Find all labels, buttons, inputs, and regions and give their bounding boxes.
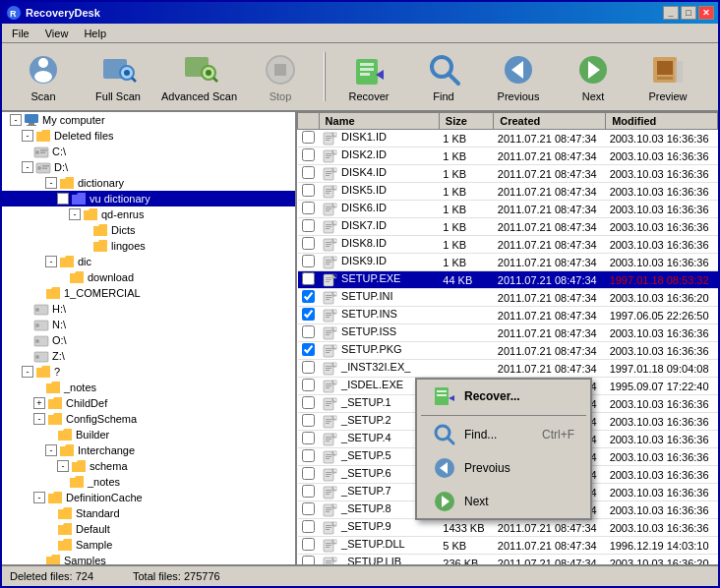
table-row[interactable]: SETUP.ISS2011.07.21 08:47:342003.10.03 1… (298, 324, 718, 342)
expand-drived[interactable]: - (22, 161, 33, 173)
expand-configschema[interactable]: - (33, 413, 45, 425)
tree-node-schema[interactable]: - schema (2, 458, 295, 474)
table-row[interactable]: _SETUP.DLL5 KB2011.07.21 08:47:341996.12… (298, 537, 718, 555)
tree-node-drivez[interactable]: Z:\ (2, 348, 295, 364)
expand-deleted[interactable]: - (22, 130, 33, 142)
expand-interchange[interactable]: - (45, 444, 57, 456)
tree-node-dictionary[interactable]: - dictionary (2, 175, 295, 191)
full-scan-button[interactable]: Full Scan (83, 46, 153, 107)
previous-button[interactable]: Previous (483, 46, 554, 107)
tree-node-driveo[interactable]: O:\ (2, 332, 295, 348)
table-row[interactable]: DISK2.ID1 KB2011.07.21 08:47:342003.10.0… (298, 147, 718, 165)
table-row[interactable]: DISK8.ID1 KB2011.07.21 08:47:342003.10.0… (298, 236, 718, 254)
tree-node-notes1[interactable]: _notes (2, 380, 295, 395)
file-checkbox[interactable] (302, 467, 315, 480)
tree-node-driveh[interactable]: H:\ (2, 301, 295, 317)
stop-button[interactable]: Stop (245, 46, 316, 107)
tree-node-deleted[interactable]: - Deleted files (2, 128, 295, 144)
table-row[interactable]: SETUP.PKG2011.07.21 08:47:342003.10.03 1… (298, 342, 718, 360)
expand-qd-enrus[interactable]: - (69, 208, 81, 220)
tree-node-lingoes[interactable]: lingoes (2, 238, 295, 254)
tree-node-standard1[interactable]: Standard (2, 505, 295, 521)
file-checkbox[interactable] (302, 485, 315, 498)
expand-schema[interactable]: - (57, 460, 69, 472)
expand-dic[interactable]: - (45, 256, 57, 267)
file-checkbox[interactable] (302, 202, 315, 214)
advanced-scan-button[interactable]: Advanced Scan (157, 46, 241, 107)
table-row[interactable]: DISK6.ID1 KB2011.07.21 08:47:342003.10.0… (298, 201, 718, 218)
expand-childdef[interactable]: + (33, 397, 45, 409)
next-button[interactable]: Next (558, 46, 629, 107)
tree-node-1comercial[interactable]: 1_COMERCIAL (2, 285, 295, 301)
tree-node-defcache[interactable]: - DefinitionCache (2, 490, 295, 505)
file-checkbox[interactable] (302, 148, 315, 161)
file-checkbox[interactable] (302, 556, 315, 564)
tree-node-notes2[interactable]: _notes (2, 474, 295, 490)
tree-node-qd-enrus[interactable]: - qd-enrus (2, 206, 295, 222)
table-row[interactable]: SETUP.INS2011.07.21 08:47:341997.06.05 2… (298, 307, 718, 324)
table-row[interactable]: _INST32I.EX_2011.07.21 08:47:341997.01.1… (298, 360, 718, 378)
tree-node-question[interactable]: - ? (2, 364, 295, 380)
file-checkbox[interactable] (302, 290, 315, 303)
close-button[interactable]: ✕ (698, 6, 714, 20)
tree-node-builder[interactable]: Builder (2, 427, 295, 442)
file-checkbox[interactable] (302, 343, 315, 356)
expand-dictionary[interactable]: - (45, 177, 57, 189)
file-checkbox[interactable] (302, 520, 315, 533)
table-row[interactable]: DISK1.ID1 KB2011.07.21 08:47:342003.10.0… (298, 130, 718, 147)
file-checkbox[interactable] (302, 272, 315, 285)
file-checkbox[interactable] (302, 449, 315, 462)
tree-node-drived[interactable]: - D:\ (2, 159, 295, 175)
menu-help[interactable]: Help (76, 26, 114, 41)
table-row[interactable]: DISK5.ID1 KB2011.07.21 08:47:342003.10.0… (298, 183, 718, 201)
file-checkbox[interactable] (302, 396, 315, 409)
tree-node-samples[interactable]: Samples (2, 553, 295, 564)
tree-node-sample1[interactable]: Sample (2, 537, 295, 553)
tree-node-default1[interactable]: Default (2, 521, 295, 537)
file-checkbox[interactable] (302, 432, 315, 444)
menu-view[interactable]: View (37, 26, 77, 41)
tree-node-interchange[interactable]: - Interchange (2, 442, 295, 458)
file-checkbox[interactable] (302, 325, 315, 338)
file-checkbox[interactable] (302, 502, 315, 515)
context-recover[interactable]: Recover... (417, 380, 590, 413)
file-checkbox[interactable] (302, 414, 315, 427)
find-button[interactable]: Find (408, 46, 479, 107)
table-row[interactable]: _SETUP.LIB236 KB2011.07.21 08:47:342003.… (298, 555, 718, 565)
scan-button[interactable]: Scan (8, 46, 79, 107)
minimize-button[interactable]: _ (663, 6, 679, 20)
table-row[interactable]: SETUP.INI2011.07.21 08:47:342003.10.03 1… (298, 289, 718, 307)
expand-vu-dict[interactable]: + (57, 193, 69, 205)
file-checkbox[interactable] (302, 255, 315, 267)
expand-mycomp[interactable]: - (10, 114, 22, 126)
table-row[interactable]: _SETUP.91433 KB2011.07.21 08:47:342003.1… (298, 519, 718, 537)
file-checkbox[interactable] (302, 131, 315, 144)
tree-node-childdef[interactable]: + ChildDef (2, 395, 295, 411)
file-checkbox[interactable] (302, 219, 315, 232)
maximize-button[interactable]: □ (681, 6, 696, 20)
file-checkbox[interactable] (302, 184, 315, 197)
tree-node-drivec[interactable]: C:\ (2, 144, 295, 159)
tree-node-dic[interactable]: - dic (2, 254, 295, 269)
table-row[interactable]: SETUP.EXE44 KB2011.07.21 08:47:341997.01… (298, 271, 718, 289)
tree-node-mycomp[interactable]: - My computer (2, 112, 295, 128)
context-previous[interactable]: Prevoius (417, 451, 590, 485)
tree-node-configschema[interactable]: - ConfigSchema (2, 411, 295, 427)
file-panel[interactable]: Name Size Created Modified DISK1.ID1 KB2… (297, 112, 718, 564)
context-find[interactable]: Find... Ctrl+F (417, 418, 590, 451)
context-next[interactable]: Next (417, 485, 590, 518)
table-row[interactable]: DISK7.ID1 KB2011.07.21 08:47:342003.10.0… (298, 218, 718, 236)
file-checkbox[interactable] (302, 308, 315, 321)
table-row[interactable]: DISK9.ID1 KB2011.07.21 08:47:342003.10.0… (298, 254, 718, 271)
preview-button[interactable]: Preview (632, 46, 703, 107)
file-checkbox[interactable] (302, 538, 315, 551)
tree-node-download[interactable]: download (2, 269, 295, 285)
menu-file[interactable]: File (4, 26, 37, 41)
tree-node-driven[interactable]: N:\ (2, 317, 295, 332)
tree-node-dicts[interactable]: Dicts (2, 222, 295, 238)
expand-defcache[interactable]: - (33, 492, 45, 503)
file-checkbox[interactable] (302, 237, 315, 250)
recover-button[interactable]: Recover (333, 46, 404, 107)
tree-content[interactable]: - My computer - Deleted files C:\ (2, 112, 295, 564)
table-row[interactable]: DISK4.ID1 KB2011.07.21 08:47:342003.10.0… (298, 165, 718, 183)
